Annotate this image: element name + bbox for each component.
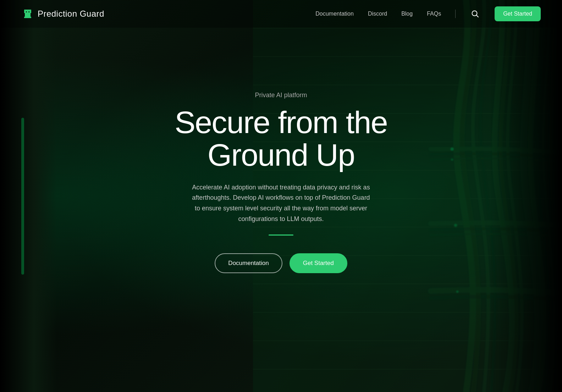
logo-icon <box>21 7 34 20</box>
svg-rect-24 <box>24 10 31 11</box>
nav-get-started-button[interactable]: Get Started <box>495 6 541 21</box>
nav-divider <box>455 10 456 18</box>
hero-title: Secure from the Ground Up <box>139 106 423 172</box>
hero-divider <box>269 234 293 236</box>
hero-get-started-button[interactable]: Get Started <box>290 253 347 273</box>
hero-buttons: Documentation Get Started <box>215 253 347 273</box>
hero-content: Private AI platform Secure from the Grou… <box>0 92 562 273</box>
search-icon <box>471 10 479 18</box>
hero-tag: Private AI platform <box>255 92 307 99</box>
navbar: Prediction Guard Documentation Discord B… <box>0 0 562 28</box>
nav-link-discord[interactable]: Discord <box>368 11 387 17</box>
hero-section: Prediction Guard Documentation Discord B… <box>0 0 562 392</box>
nav-link-faqs[interactable]: FAQs <box>427 11 441 17</box>
svg-line-26 <box>476 15 479 17</box>
logo-link[interactable]: Prediction Guard <box>21 7 104 20</box>
nav-links: Documentation Discord Blog FAQs Get Star… <box>315 6 541 21</box>
nav-link-documentation[interactable]: Documentation <box>315 11 354 17</box>
logo-text: Prediction Guard <box>38 9 104 19</box>
svg-rect-20 <box>25 12 31 17</box>
hero-description: Accelerate AI adoption without treating … <box>189 182 373 225</box>
nav-link-blog[interactable]: Blog <box>401 11 413 17</box>
search-button[interactable] <box>470 9 480 19</box>
hero-docs-button[interactable]: Documentation <box>215 253 282 273</box>
